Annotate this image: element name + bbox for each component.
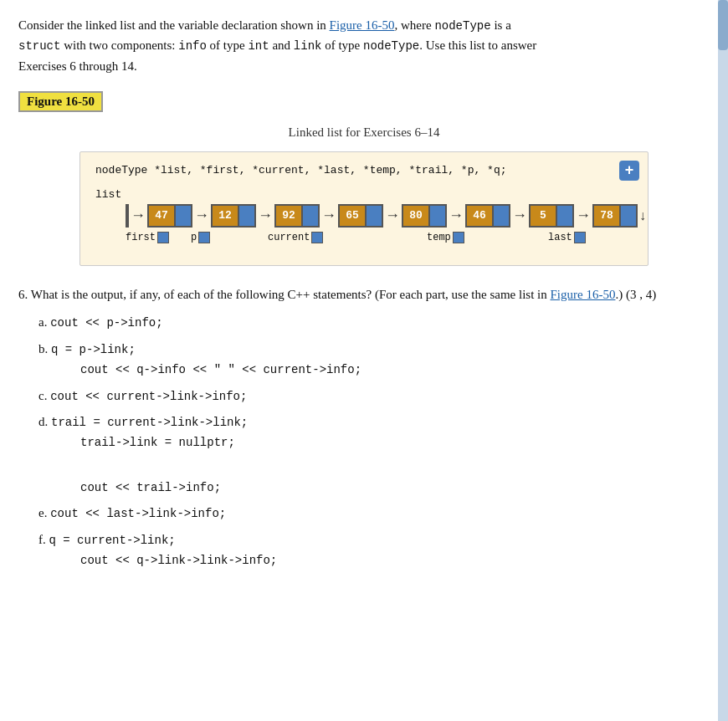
node-46: 46 → xyxy=(465,204,529,228)
q6-text2: .) (3 , 4) xyxy=(615,288,656,301)
node-47-info: 47 xyxy=(149,206,176,226)
arrow-92: → xyxy=(320,207,338,224)
arrow-5: → xyxy=(574,207,592,224)
part-d-line3: cout << trail->info; xyxy=(80,478,710,499)
node-5: 5 → xyxy=(529,204,592,228)
declaration-line: nodeType *list, *first, *current, *last,… xyxy=(95,164,633,176)
node-5-link xyxy=(557,206,572,226)
intro-text8: . Use this list to answer xyxy=(419,38,536,52)
intro-code3: int xyxy=(248,39,269,53)
arrow-12: → xyxy=(256,207,274,224)
node-5-info: 5 xyxy=(531,206,557,226)
part-a: a. cout << p->info; xyxy=(38,312,710,334)
ptr-p: p xyxy=(191,232,210,243)
q6-text1: What is the output, if any, of each of t… xyxy=(31,288,551,301)
part-e: e. cout << last->link->info; xyxy=(38,503,710,524)
node-92: 92 → xyxy=(274,204,338,228)
nodes-row: → 47 → 12 → 92 xyxy=(126,204,633,228)
arrow-46: → xyxy=(510,207,529,224)
intro-text3: is a xyxy=(491,18,511,32)
part-d-label: d. xyxy=(38,415,51,428)
ptr-first: first xyxy=(126,232,169,243)
part-b-line1: q = p->link; xyxy=(51,343,136,356)
figure-label: Figure 16-50 xyxy=(18,91,103,112)
intro-code1: nodeType xyxy=(434,19,490,33)
arrow-80: → xyxy=(447,207,465,224)
part-c-code: cout << current->link->info; xyxy=(50,390,247,403)
node-47: 47 → xyxy=(147,204,211,228)
intro-exercises: Exercises 6 through 14. xyxy=(18,59,137,73)
intro-text7: of type xyxy=(321,38,363,52)
part-e-code: cout << last->link->info; xyxy=(50,507,226,520)
node-46-info: 46 xyxy=(467,206,494,226)
figure-title: Linked list for Exercises 6–14 xyxy=(18,125,710,140)
part-b-label: b. xyxy=(38,342,51,355)
question-6-text: 6. What is the output, if any, of each o… xyxy=(18,284,710,306)
intro-paragraph: Consider the linked list and the variabl… xyxy=(18,15,710,76)
scrollbar-thumb[interactable] xyxy=(718,0,728,50)
list-label-row: list xyxy=(95,188,633,201)
figure-label-wrapper: Figure 16-50 xyxy=(18,91,710,119)
part-e-label: e. xyxy=(38,506,50,519)
node-80: 80 → xyxy=(402,204,465,228)
page-content: Consider the linked list and the variabl… xyxy=(0,0,728,721)
node-12-info: 12 xyxy=(213,206,239,226)
part-c-label: c. xyxy=(38,389,50,402)
part-f-line2: cout << q->link->link->info; xyxy=(80,551,710,571)
intro-text2: , where xyxy=(395,18,435,32)
part-d: d. trail = current->link->link; trail->l… xyxy=(38,412,710,498)
q6-figure-link[interactable]: Figure 16-50 xyxy=(551,288,616,301)
part-d-line1: trail = current->link->link; xyxy=(51,416,248,429)
node-65-info: 65 xyxy=(340,206,367,226)
intro-text1: Consider the linked list and the variabl… xyxy=(18,18,330,32)
node-65: 65 → xyxy=(338,204,402,228)
intro-code-struct: struct xyxy=(18,39,60,53)
part-a-code: cout << p->info; xyxy=(50,316,162,330)
question-6-block: 6. What is the output, if any, of each o… xyxy=(18,284,710,571)
ptr-last: last xyxy=(548,232,586,243)
part-f-line1: q = current->link; xyxy=(49,534,176,547)
node-12-link xyxy=(239,206,254,226)
node-78: 78 ↓ xyxy=(592,204,646,228)
node-80-link xyxy=(430,206,445,226)
part-f-label: f. xyxy=(38,533,49,546)
figure-link-intro[interactable]: Figure 16-50 xyxy=(330,18,395,32)
part-b-line2: cout << q->info << " " << current->info; xyxy=(80,360,710,381)
arrow-65: → xyxy=(383,207,402,224)
part-b: b. q = p->link; cout << q->info << " " <… xyxy=(38,339,710,381)
node-78-link xyxy=(621,206,636,226)
intro-code4: link xyxy=(294,39,322,53)
intro-text6: and xyxy=(269,38,294,52)
part-f: f. q = current->link; cout << q->link->l… xyxy=(38,529,710,571)
q6-number: 6. xyxy=(18,288,28,301)
arrow-47: → xyxy=(192,207,211,224)
node-46-link xyxy=(494,206,509,226)
intro-text4: with two components: xyxy=(60,38,178,52)
intro-code2: info xyxy=(178,39,207,53)
ptr-temp: temp xyxy=(427,232,464,243)
node-47-link xyxy=(176,206,191,226)
part-d-line2: trail->link = nullptr; xyxy=(80,433,710,453)
figure-plus-button[interactable]: + xyxy=(619,161,639,181)
scrollbar-track[interactable] xyxy=(718,0,728,721)
end-arrow: ↓ xyxy=(638,208,646,223)
list-label: list xyxy=(95,188,126,201)
node-78-info: 78 xyxy=(594,206,621,226)
list-start-arrow: → xyxy=(129,207,147,224)
part-a-label: a. xyxy=(38,315,50,329)
node-80-info: 80 xyxy=(403,206,430,226)
intro-text5: of type xyxy=(207,38,249,52)
pointer-labels-row: first p current temp last xyxy=(126,232,633,250)
node-92-info: 92 xyxy=(276,206,303,226)
node-12: 12 → xyxy=(211,204,274,228)
ptr-current: current xyxy=(268,232,323,243)
node-92-link xyxy=(303,206,318,226)
node-65-link xyxy=(367,206,382,226)
intro-code5: nodeType xyxy=(363,39,419,53)
part-c: c. cout << current->link->info; xyxy=(38,386,710,407)
figure-box: + nodeType *list, *first, *current, *las… xyxy=(79,151,649,266)
